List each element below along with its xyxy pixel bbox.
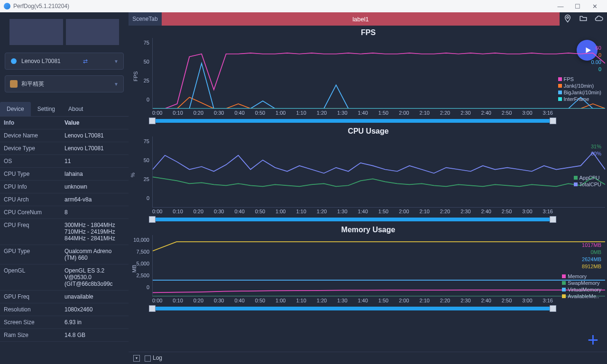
info-key: Resolution — [4, 306, 64, 313]
label-bar[interactable]: label1 — [162, 12, 560, 26]
info-value: 11 — [64, 158, 125, 164]
info-key: GPU Type — [4, 248, 64, 261]
info-key: CPU Arch — [4, 196, 64, 203]
table-row: CPU CoreNum8 — [0, 206, 129, 219]
time-range-slider[interactable] — [152, 118, 553, 124]
device-icon — [10, 57, 18, 65]
chart-memory-usage: Memory Usage MB 10,0007,5005,0002,5000 1… — [131, 226, 605, 312]
chart-cpu-usage: CPU Usage % 7550250 31%60% AppCPUTotalCP… — [131, 127, 605, 223]
info-value: arm64-v8a — [64, 196, 125, 203]
svg-rect-1 — [10, 80, 18, 88]
table-row: GPU TypeQualcomm Adreno (TM) 660 — [0, 245, 129, 264]
time-range-slider[interactable] — [152, 216, 553, 223]
table-row: CPU Infounknown — [0, 181, 129, 193]
tab-device[interactable]: Device — [0, 102, 31, 116]
info-value: Lenovo L70081 — [64, 145, 125, 152]
plot-area[interactable] — [152, 235, 605, 297]
info-value: 8 — [64, 209, 125, 216]
chart-title: FPS — [131, 28, 605, 37]
info-value: Lenovo L70081 — [64, 132, 125, 139]
main-panel: SceneTab label1 FPS FPS 7550250 6000.000… — [129, 12, 607, 364]
slider-handle-left[interactable] — [149, 216, 156, 223]
maximize-button[interactable]: ☐ — [569, 3, 586, 10]
info-value: 1080x2460 — [64, 306, 125, 313]
time-range-slider[interactable] — [152, 305, 553, 312]
table-row: Ram Size14.8 GB — [0, 329, 129, 342]
info-value: lahaina — [64, 171, 125, 177]
device-dropdown-label: Lenovo L70081 — [21, 58, 61, 64]
info-key: Ram Size — [4, 332, 64, 338]
device-dropdown[interactable]: Lenovo L70081 ⇄ ▼ — [5, 53, 124, 70]
table-row: Resolution1080x2460 — [0, 303, 129, 316]
info-value: 6.93 in — [64, 319, 125, 326]
y-axis-label: MB — [131, 265, 137, 273]
folder-icon[interactable] — [579, 14, 588, 24]
footer-menu-icon[interactable]: ▾ — [133, 355, 140, 362]
info-key: Device Type — [4, 145, 64, 152]
x-axis-ticks: 0:000:100:200:300:400:501:001:101:201:30… — [131, 208, 605, 216]
info-key: CPU Type — [4, 171, 64, 177]
table-row: GPU Frequnavailable — [0, 291, 129, 303]
info-value: 14.8 GB — [64, 332, 125, 338]
info-value: unavailable — [64, 293, 125, 300]
table-row: Device NameLenovo L70081 — [0, 129, 129, 142]
chart-title: CPU Usage — [131, 127, 605, 136]
plot-area[interactable] — [152, 136, 605, 208]
svg-point-2 — [567, 16, 569, 18]
info-key: Device Name — [4, 132, 64, 139]
app-dropdown[interactable]: 和平精英 ▼ — [5, 75, 124, 92]
x-axis-ticks: 0:000:100:200:300:400:501:001:101:201:30… — [131, 297, 605, 305]
app-icon — [10, 80, 18, 88]
chevron-down-icon: ▼ — [114, 59, 119, 64]
y-axis-label: % — [130, 173, 136, 177]
tab-about[interactable]: About — [62, 102, 90, 116]
info-key: CPU Freq — [4, 222, 64, 242]
slider-handle-left[interactable] — [149, 118, 156, 124]
chart-legend: FPSJank(/10min)BigJank(/10min)InterFrame — [558, 76, 601, 102]
chart-fps: FPS FPS 7550250 6000.000 FPSJank(/10min)… — [131, 28, 605, 124]
chart-current-values: 31%60% — [591, 143, 601, 157]
slider-handle-right[interactable] — [550, 305, 556, 312]
add-chart-button[interactable]: + — [588, 329, 598, 351]
app-logo-icon — [4, 3, 10, 9]
slider-handle-right[interactable] — [550, 216, 556, 223]
window-title: PerfDog(v5.1.210204) — [13, 3, 69, 9]
table-row: OS11 — [0, 155, 129, 168]
chart-current-values: 6000.000 — [591, 45, 601, 73]
device-info-table[interactable]: Info Value Device NameLenovo L70081Devic… — [0, 117, 129, 364]
table-row: CPU Typelahaina — [0, 168, 129, 181]
info-key: Screen Size — [4, 319, 64, 326]
location-icon[interactable] — [563, 14, 572, 24]
table-header: Info Value — [0, 117, 129, 129]
svg-point-0 — [11, 58, 17, 64]
sidebar: Lenovo L70081 ⇄ ▼ 和平精英 ▼ Device Setting … — [0, 12, 129, 364]
plot-area[interactable] — [152, 38, 605, 109]
table-row: CPU Archarm64-v8a — [0, 193, 129, 206]
chevron-down-icon: ▼ — [114, 82, 119, 87]
table-row: CPU Freq300MHz - 1804MHz 710MHz - 2419MH… — [0, 219, 129, 245]
tab-setting[interactable]: Setting — [31, 102, 62, 116]
log-checkbox[interactable]: Log — [145, 355, 162, 361]
sidebar-tabs: Device Setting About — [0, 102, 129, 117]
titlebar: PerfDog(v5.1.210204) — ☐ ✕ — [0, 0, 607, 12]
cloud-icon[interactable] — [595, 14, 603, 24]
wifi-icon: ⇄ — [83, 58, 88, 64]
info-key: CPU CoreNum — [4, 209, 64, 216]
chart-legend: AppCPUTotalCPU — [574, 174, 601, 188]
info-value: OpenGL ES 3.2 V@0530.0 (GIT@66c8b3o99c — [64, 267, 125, 287]
chart-legend: MemorySwapMemoryVirtualMemoryAvailableMe… — [562, 273, 601, 300]
close-button[interactable]: ✕ — [586, 3, 603, 10]
chart-title: Memory Usage — [131, 226, 605, 234]
slider-handle-right[interactable] — [550, 118, 556, 124]
scene-tab[interactable]: SceneTab — [129, 12, 162, 26]
table-row: Screen Size6.93 in — [0, 316, 129, 329]
info-key: OS — [4, 158, 64, 164]
sidebar-thumb-header — [9, 19, 119, 45]
slider-handle-left[interactable] — [149, 305, 156, 312]
info-value: 300MHz - 1804MHz 710MHz - 2419MHz 844MHz… — [64, 222, 125, 242]
info-value: Qualcomm Adreno (TM) 660 — [64, 248, 125, 261]
y-axis-label: FPS — [133, 71, 138, 81]
table-row: Device TypeLenovo L70081 — [0, 142, 129, 155]
table-row: OpenGLOpenGL ES 3.2 V@0530.0 (GIT@66c8b3… — [0, 264, 129, 291]
minimize-button[interactable]: — — [552, 3, 569, 10]
